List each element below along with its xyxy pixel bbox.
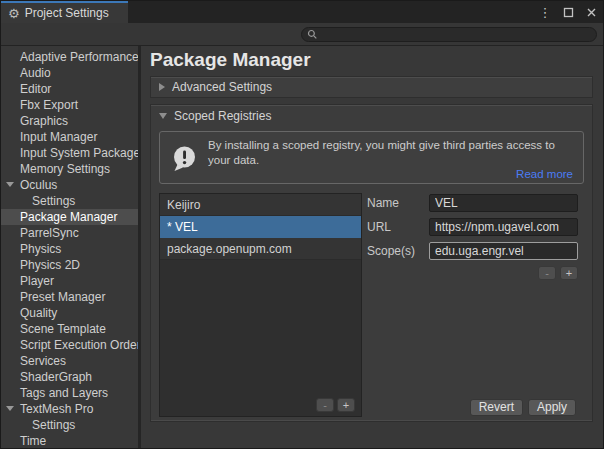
add-scope-button[interactable]: +: [560, 266, 578, 280]
registry-details: NameURLScope(s) - +: [367, 194, 578, 280]
tab-project-settings[interactable]: ⚙ Project Settings: [1, 1, 128, 23]
apply-button[interactable]: Apply: [528, 399, 576, 416]
sidebar-item-settings[interactable]: Settings: [1, 193, 138, 209]
sidebar-item-memory-settings[interactable]: Memory Settings: [1, 161, 138, 177]
sidebar-item-label: Memory Settings: [20, 162, 110, 176]
sidebar-item-label: Oculus: [20, 178, 57, 192]
sidebar-item-graphics[interactable]: Graphics: [1, 113, 138, 129]
sidebar-item-oculus[interactable]: Oculus: [1, 177, 138, 193]
sidebar-item-label: Physics: [20, 242, 61, 256]
project-settings-window: ⚙ Project Settings ⋮ Adaptive Performanc…: [0, 0, 604, 449]
sidebar-item-label: Scene Template: [20, 322, 106, 336]
main-panel: Package Manager Advanced Settings Scoped…: [141, 46, 603, 449]
registry-row-package-openupm-com[interactable]: package.openupm.com: [160, 238, 361, 260]
sidebar-item-label: Physics 2D: [20, 258, 80, 272]
foldout-arrow-icon[interactable]: [6, 182, 14, 187]
sidebar-item-tags-and-layers[interactable]: Tags and Layers: [1, 385, 138, 401]
titlebar: ⚙ Project Settings ⋮: [1, 1, 603, 23]
chevron-right-icon: [159, 83, 165, 91]
sidebar: Adaptive PerformanceAudioEditorFbx Expor…: [1, 46, 141, 449]
sidebar-item-input-manager[interactable]: Input Manager: [1, 129, 138, 145]
sidebar-item-label: Fbx Export: [20, 98, 78, 112]
read-more-link[interactable]: Read more: [516, 168, 573, 180]
gear-icon: ⚙: [8, 7, 20, 20]
sidebar-item-label: ParrelSync: [20, 226, 79, 240]
sidebar-item-label: Script Execution Order: [20, 338, 138, 352]
registry-list-footer: - +: [316, 398, 355, 412]
sidebar-item-shadergraph[interactable]: ShaderGraph: [1, 369, 138, 385]
close-icon[interactable]: [584, 4, 598, 20]
sidebar-item-parrelsync[interactable]: ParrelSync: [1, 225, 138, 241]
warning-box: By installing a scoped registry, you mig…: [159, 131, 584, 184]
registry-row-vel[interactable]: * VEL: [160, 216, 361, 238]
window-body: Adaptive PerformanceAudioEditorFbx Expor…: [1, 46, 603, 449]
sidebar-item-package-manager[interactable]: Package Manager: [1, 209, 138, 225]
foldout-arrow-icon[interactable]: [6, 406, 14, 411]
sidebar-item-settings[interactable]: Settings: [1, 417, 138, 433]
sidebar-item-fbx-export[interactable]: Fbx Export: [1, 97, 138, 113]
scope-buttons: - +: [367, 266, 578, 280]
sidebar-item-label: Audio: [20, 66, 51, 80]
window-title: Project Settings: [25, 6, 109, 20]
chevron-down-icon: [159, 113, 167, 119]
advanced-settings-foldout[interactable]: Advanced Settings: [150, 76, 593, 98]
sidebar-item-scene-template[interactable]: Scene Template: [1, 321, 138, 337]
registry-row-keijiro[interactable]: Keijiro: [160, 194, 361, 216]
page-title: Package Manager: [150, 49, 311, 71]
sidebar-item-adaptive-performance[interactable]: Adaptive Performance: [1, 49, 138, 65]
sidebar-item-label: Settings: [32, 418, 75, 432]
scope-s-input[interactable]: [429, 242, 578, 260]
window-controls: ⋮: [538, 1, 598, 23]
sidebar-item-label: Editor: [20, 82, 51, 96]
scoped-registries-group: Scoped Registries By installing a scoped…: [150, 104, 593, 422]
sidebar-item-label: Adaptive Performance: [20, 50, 138, 64]
sidebar-item-physics-2d[interactable]: Physics 2D: [1, 257, 138, 273]
more-menu-icon[interactable]: ⋮: [538, 4, 552, 20]
registry-list: Keijiro* VELpackage.openupm.com - +: [159, 193, 362, 417]
warning-bubble-icon: [171, 145, 198, 173]
remove-scope-button[interactable]: -: [538, 266, 556, 280]
action-buttons: Revert Apply: [470, 399, 576, 416]
sidebar-item-label: Tags and Layers: [20, 386, 108, 400]
sidebar-item-time[interactable]: Time: [1, 433, 138, 449]
sidebar-item-label: Preset Manager: [20, 290, 105, 304]
sidebar-item-textmesh-pro[interactable]: TextMesh Pro: [1, 401, 138, 417]
sidebar-item-services[interactable]: Services: [1, 353, 138, 369]
sidebar-item-label: Services: [20, 354, 66, 368]
sidebar-item-physics[interactable]: Physics: [1, 241, 138, 257]
sidebar-item-label: Time: [20, 434, 46, 448]
field-row-scope-s: Scope(s): [367, 242, 578, 260]
revert-button[interactable]: Revert: [470, 399, 523, 416]
sidebar-item-label: Player: [20, 274, 54, 288]
scoped-registries-foldout[interactable]: Scoped Registries: [151, 105, 592, 127]
search-icon: [307, 29, 318, 40]
url-input[interactable]: [429, 218, 578, 236]
sidebar-item-script-execution-order[interactable]: Script Execution Order: [1, 337, 138, 353]
sidebar-list: Adaptive PerformanceAudioEditorFbx Expor…: [1, 49, 138, 449]
sidebar-item-label: ShaderGraph: [20, 370, 92, 384]
registry-rows: Keijiro* VELpackage.openupm.com: [160, 194, 361, 260]
name-input[interactable]: [429, 194, 578, 212]
field-label: Name: [367, 196, 429, 210]
sidebar-item-label: Package Manager: [20, 210, 117, 224]
remove-registry-button[interactable]: -: [316, 398, 334, 412]
scoped-registries-label: Scoped Registries: [174, 109, 271, 123]
sidebar-item-label: Quality: [20, 306, 57, 320]
field-row-url: URL: [367, 218, 578, 236]
field-label: Scope(s): [367, 244, 429, 258]
maximize-icon[interactable]: [561, 4, 575, 20]
sidebar-item-input-system-package[interactable]: Input System Package: [1, 145, 138, 161]
search-input[interactable]: [301, 27, 597, 42]
field-label: URL: [367, 220, 429, 234]
sidebar-item-editor[interactable]: Editor: [1, 81, 138, 97]
sidebar-item-label: Input Manager: [20, 130, 97, 144]
sidebar-item-preset-manager[interactable]: Preset Manager: [1, 289, 138, 305]
sidebar-item-quality[interactable]: Quality: [1, 305, 138, 321]
sidebar-item-audio[interactable]: Audio: [1, 65, 138, 81]
sidebar-item-label: Settings: [32, 194, 75, 208]
sidebar-item-label: TextMesh Pro: [20, 402, 93, 416]
advanced-settings-label: Advanced Settings: [172, 80, 272, 94]
add-registry-button[interactable]: +: [337, 398, 355, 412]
sidebar-item-player[interactable]: Player: [1, 273, 138, 289]
warning-text: By installing a scoped registry, you mig…: [208, 138, 573, 168]
